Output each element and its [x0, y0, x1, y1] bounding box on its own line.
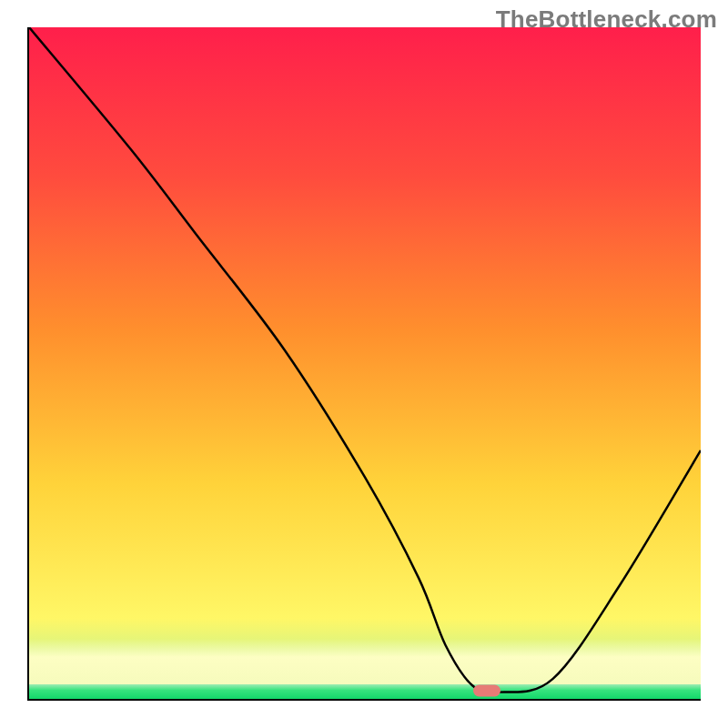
bottleneck-curve — [29, 27, 701, 693]
watermark-text: TheBottleneck.com — [496, 5, 717, 34]
curve-svg — [29, 27, 701, 699]
plot-area — [27, 27, 701, 701]
chart-container: { "watermark": "TheBottleneck.com", "cha… — [0, 0, 728, 728]
optimal-marker — [473, 684, 500, 696]
